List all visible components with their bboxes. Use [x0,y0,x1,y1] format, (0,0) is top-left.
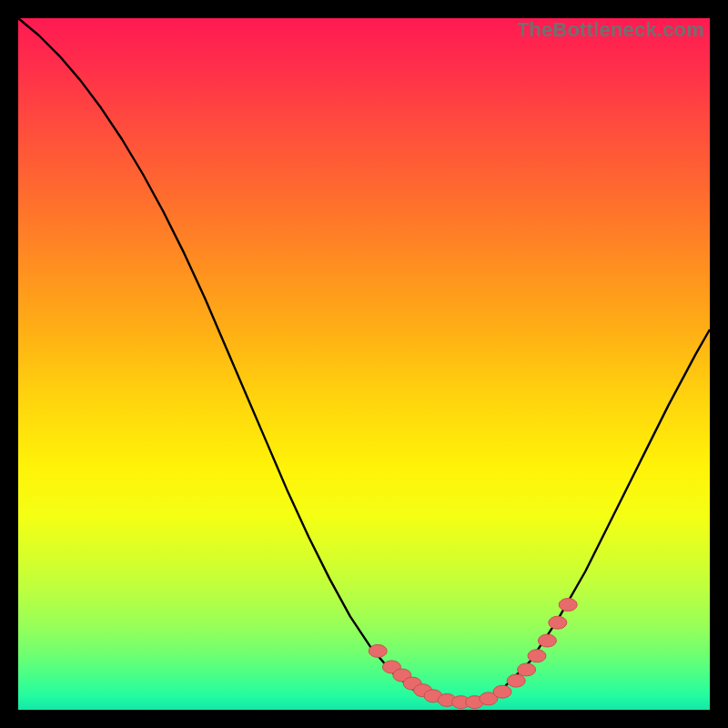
curve-marker [528,650,546,662]
curve-marker [538,634,556,647]
chart-svg [18,18,710,710]
curve-marker [493,685,511,698]
curve-marker [549,616,567,629]
bottleneck-curve [18,18,710,703]
watermark-text: TheBottleneck.com [517,18,704,42]
chart-frame: TheBottleneck.com [18,18,710,710]
curve-marker [559,599,577,612]
curve-marker [507,674,525,687]
curve-marker [518,663,536,676]
marker-group [369,599,577,709]
curve-marker [369,644,387,657]
